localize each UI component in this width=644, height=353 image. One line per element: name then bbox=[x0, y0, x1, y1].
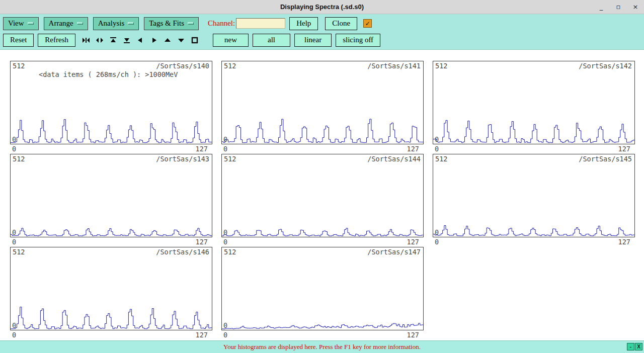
pan-down-button[interactable] bbox=[175, 35, 188, 46]
pan-right-icon bbox=[150, 36, 158, 44]
y-max-label: 512 bbox=[13, 248, 25, 256]
maximize-button[interactable]: ▫ bbox=[610, 0, 627, 14]
spectrum-name: /SortSas/s144 bbox=[367, 155, 421, 163]
y-max-label: 512 bbox=[224, 62, 236, 70]
full-range-button[interactable] bbox=[189, 35, 201, 46]
x-axis-labels: 0 127 bbox=[433, 144, 635, 153]
spectrum-cell-s141: 512 /SortSas/s141 0 0 127 bbox=[221, 61, 424, 154]
pan-left-icon bbox=[136, 36, 144, 44]
help-button[interactable]: Help bbox=[289, 17, 318, 30]
spectrum-cell-s140: 512 /SortSas/s140 <data items ( 268ms/ch… bbox=[10, 61, 212, 154]
channel-label: Channel: bbox=[208, 19, 235, 28]
y-zero-label: 0 bbox=[435, 228, 439, 236]
spectrum-name: /SortSas/s146 bbox=[156, 248, 209, 256]
y-max-label: 512 bbox=[224, 155, 236, 163]
scroll-top-button[interactable] bbox=[107, 35, 120, 46]
y-zero-label: 0 bbox=[12, 135, 16, 143]
pan-down-icon bbox=[177, 36, 185, 44]
y-zero-label: 0 bbox=[12, 228, 16, 236]
all-button[interactable]: all bbox=[253, 34, 290, 47]
x-axis-labels: 0 127 bbox=[221, 330, 424, 339]
spectrum-cell-s145: 512 /SortSas/s145 0 0 127 bbox=[433, 154, 635, 247]
x-axis-labels: 0 127 bbox=[10, 144, 212, 153]
spectrum-name: /SortSas/s140 bbox=[156, 62, 209, 70]
y-zero-label: 0 bbox=[435, 135, 439, 143]
x-axis-labels: 0 127 bbox=[10, 237, 212, 246]
histogram-s147 bbox=[222, 247, 423, 330]
menu-indicator-icon bbox=[28, 22, 34, 25]
menu-tags-fits[interactable]: Tags & Fits bbox=[144, 17, 199, 30]
spectrum-cell-s146: 512 /SortSas/s146 0 0 127 bbox=[10, 247, 212, 340]
x-axis-labels: 0 127 bbox=[221, 237, 424, 246]
y-max-label: 512 bbox=[435, 155, 447, 163]
x-max-label: 127 bbox=[618, 238, 630, 246]
status-window-controls: - X bbox=[627, 343, 642, 350]
spectrum-panel-s146[interactable]: 512 /SortSas/s146 0 bbox=[10, 247, 212, 330]
histogram-s142 bbox=[433, 61, 634, 144]
x-max-label: 127 bbox=[196, 145, 208, 153]
x-min-label: 0 bbox=[12, 145, 16, 153]
spectrum-name: /SortSas/s142 bbox=[579, 62, 632, 70]
expand-x-icon bbox=[96, 36, 104, 44]
toolbar-row-1: View Arrange Analysis Tags & Fits Channe… bbox=[3, 16, 641, 31]
histogram-s146 bbox=[11, 247, 212, 330]
menu-indicator-icon bbox=[188, 22, 194, 25]
new-button[interactable]: new bbox=[213, 34, 249, 47]
x-max-label: 127 bbox=[618, 145, 630, 153]
spectrum-panel-s147[interactable]: 512 /SortSas/s147 0 bbox=[221, 247, 424, 330]
x-min-label: 0 bbox=[223, 145, 227, 153]
minimize-button[interactable]: _ bbox=[593, 0, 610, 14]
spectrum-panel-s141[interactable]: 512 /SortSas/s141 0 bbox=[221, 61, 424, 144]
menu-arrange-label: Arrange bbox=[49, 19, 73, 28]
channel-input[interactable] bbox=[236, 18, 285, 29]
spectrum-name: /SortSas/s143 bbox=[156, 155, 209, 163]
linear-button[interactable]: linear bbox=[294, 34, 332, 47]
y-max-label: 512 bbox=[13, 155, 25, 163]
scroll-bottom-button[interactable] bbox=[121, 35, 133, 46]
y-max-label: 512 bbox=[13, 62, 25, 70]
histogram-s143 bbox=[11, 154, 212, 237]
y-zero-label: 0 bbox=[223, 321, 227, 329]
x-axis-labels: 0 127 bbox=[221, 144, 424, 153]
statusbar: Your histograms are displayed here. Pres… bbox=[0, 340, 644, 353]
pan-right-button[interactable] bbox=[148, 35, 160, 46]
y-max-label: 512 bbox=[435, 62, 447, 70]
x-min-label: 0 bbox=[223, 331, 227, 339]
menu-indicator-icon bbox=[128, 22, 134, 25]
histogram-s145 bbox=[433, 154, 634, 237]
x-max-label: 127 bbox=[407, 238, 419, 246]
menu-analysis[interactable]: Analysis bbox=[93, 17, 139, 30]
close-button[interactable]: × bbox=[627, 0, 644, 14]
compress-x-icon bbox=[82, 36, 90, 44]
refresh-button[interactable]: Refresh bbox=[38, 34, 75, 47]
status-close-button[interactable]: X bbox=[635, 343, 642, 350]
spectrum-cell-s142: 512 /SortSas/s142 0 0 127 bbox=[433, 61, 635, 154]
expand-x-button[interactable] bbox=[94, 35, 106, 46]
status-message: Your histograms are displayed here. Pres… bbox=[223, 343, 421, 351]
pan-up-button[interactable] bbox=[162, 35, 174, 46]
display-checkbox[interactable]: ✓ bbox=[363, 19, 372, 28]
reset-button[interactable]: Reset bbox=[3, 34, 34, 47]
full-range-icon bbox=[191, 36, 199, 44]
x-max-label: 127 bbox=[407, 145, 419, 153]
pan-left-button[interactable] bbox=[134, 35, 147, 46]
menu-arrange[interactable]: Arrange bbox=[44, 17, 88, 30]
compress-x-button[interactable] bbox=[80, 35, 93, 46]
spectrum-panel-s145[interactable]: 512 /SortSas/s145 0 bbox=[433, 154, 635, 237]
x-max-label: 127 bbox=[407, 331, 419, 339]
toolbar: View Arrange Analysis Tags & Fits Channe… bbox=[0, 14, 644, 50]
x-axis-labels: 0 127 bbox=[433, 237, 635, 246]
spectrum-panel-s144[interactable]: 512 /SortSas/s144 0 bbox=[221, 154, 424, 237]
spectrum-panel-s142[interactable]: 512 /SortSas/s142 0 bbox=[433, 61, 635, 144]
slicing-button[interactable]: slicing off bbox=[336, 34, 380, 47]
spectrum-panel-s140[interactable]: 512 /SortSas/s140 <data items ( 268ms/ch… bbox=[10, 61, 212, 144]
scroll-top-icon bbox=[109, 36, 117, 44]
spectrum-panel-s143[interactable]: 512 /SortSas/s143 0 bbox=[10, 154, 212, 237]
x-min-label: 0 bbox=[223, 238, 227, 246]
clone-button[interactable]: Clone bbox=[325, 17, 357, 30]
x-min-label: 0 bbox=[12, 331, 16, 339]
status-minimize-button[interactable]: - bbox=[627, 343, 634, 350]
menu-view[interactable]: View bbox=[3, 17, 39, 30]
x-max-label: 127 bbox=[196, 238, 208, 246]
x-axis-labels: 0 127 bbox=[10, 330, 212, 339]
